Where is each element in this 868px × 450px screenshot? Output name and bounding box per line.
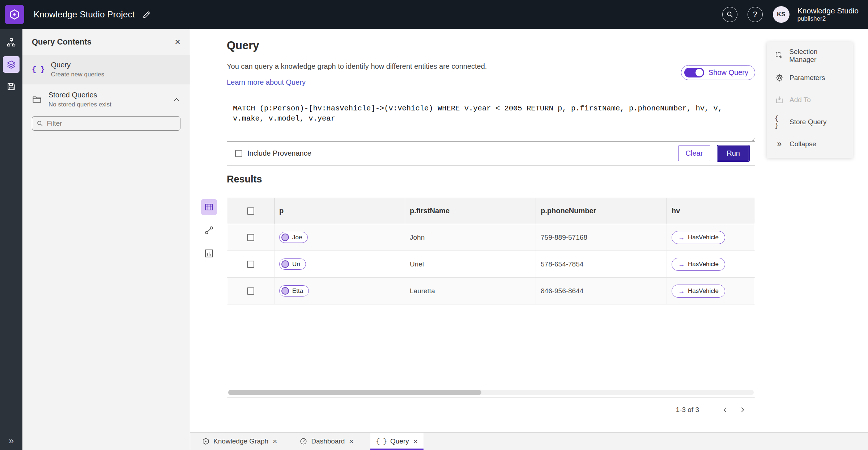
select-all-checkbox[interactable] [247,207,254,215]
relationship-label: HasVehicle [688,261,719,268]
collapse-section-button[interactable] [173,96,180,104]
entity-pill[interactable]: Uri [279,258,306,270]
column-header-p[interactable]: p [275,198,405,224]
close-tab-icon[interactable]: × [349,437,353,446]
tab-label: Dashboard [311,437,345,445]
relationship-pill[interactable]: → HasVehicle [672,285,725,298]
query-view: Query You can query a knowledge graph to… [190,29,868,432]
bottom-tab-bar: Knowledge Graph × Dashboard × { } Query … [190,432,868,450]
row-checkbox[interactable] [247,234,254,241]
dashboard-icon [299,437,307,445]
page-title: Query [227,39,259,52]
table-footer: 1-3 of 3 [227,397,755,422]
clear-button[interactable]: Clear [678,146,711,161]
table-row[interactable]: Etta Lauretta 846-956-8644 → HasVehicle [227,278,755,304]
column-header-firstname[interactable]: p.firstName [405,198,536,224]
selection-manager-item[interactable]: Selection Manager [767,45,853,67]
arrow-right-icon: → [678,288,685,294]
query-contents-header: Query Contents × [22,29,190,55]
relationship-label: HasVehicle [688,234,719,241]
filter-field [32,116,180,131]
include-provenance-checkbox[interactable] [235,150,242,157]
relationship-label: HasVehicle [688,287,719,295]
firstname-cell: Lauretta [405,278,536,304]
link-chart-view-button[interactable] [201,222,217,238]
phone-cell: 846-956-8644 [536,278,667,304]
stored-queries-header[interactable]: Stored Queries No stored queries exist [22,84,190,112]
tab-query[interactable]: { } Query × [370,433,424,450]
parameters-item[interactable]: Parameters [767,67,853,89]
scrollbar-thumb[interactable] [228,390,481,395]
column-header-phonenumber[interactable]: p.phoneNumber [536,198,667,224]
query-editor-footer: Include Provenance Clear Run [227,142,755,165]
entity-pill[interactable]: Etta [279,285,309,297]
relationship-cell: → HasVehicle [667,224,755,251]
sidebar-item-query[interactable]: { } Query Create new queries [22,55,190,84]
tools-panel: Selection Manager Parameters [767,42,853,158]
query-contents-panel: Query Contents × { } Query Create new qu… [22,29,190,450]
table-view-button[interactable] [201,199,217,215]
collapse-label: Collapse [790,140,816,148]
horizontal-scrollbar[interactable] [228,390,754,395]
search-button[interactable] [722,7,737,22]
chart-view-icon [204,249,214,258]
close-tab-icon[interactable]: × [413,437,418,446]
row-checkbox-cell [227,278,275,304]
previous-page-button[interactable] [718,403,732,417]
relationship-cell: → HasVehicle [667,278,755,304]
row-checkbox[interactable] [247,287,254,295]
close-panel-button[interactable]: × [175,37,180,47]
table-row[interactable]: Joe John 759-889-57168 → HasVehicle [227,224,755,251]
entity-node-icon [281,260,289,268]
add-to-icon [775,96,784,104]
firstname-cell: John [405,224,536,251]
store-query-label: Store Query [790,118,826,126]
user-block[interactable]: Knowledge Studio publisher2 [797,6,859,23]
close-tab-icon[interactable]: × [273,437,277,446]
filter-search-icon [37,120,43,127]
toggle-switch[interactable] [684,68,704,77]
query-item-text: Query Create new queries [51,61,104,78]
table-row[interactable]: Uri Uriel 578-654-7854 → HasVehicle [227,251,755,278]
collapse-item[interactable]: » Collapse [767,133,853,155]
project-title: Knowledge Studio Project [34,9,135,20]
row-checkbox-cell [227,251,275,277]
run-button[interactable]: Run [718,146,749,161]
show-query-toggle[interactable]: Show Query [681,65,755,80]
entity-cell: Joe [275,224,405,251]
main-area: Query You can query a knowledge graph to… [190,29,868,450]
avatar[interactable]: KS [773,6,790,23]
entity-label: Etta [292,287,303,295]
row-checkbox[interactable] [247,261,254,268]
rail-layers-button[interactable] [3,56,20,73]
entity-node-icon [281,287,289,295]
header-actions: ? KS Knowledge Studio publisher2 [722,6,859,23]
filter-input[interactable] [47,119,176,127]
expand-rail-button[interactable]: » [0,435,22,446]
query-input[interactable]: MATCH (p:Person)-[hv:HasVehicle]->(v:Veh… [227,99,755,142]
entity-pill[interactable]: Joe [279,232,308,243]
relationship-pill[interactable]: → HasVehicle [672,258,725,271]
tab-knowledge-graph[interactable]: Knowledge Graph × [196,433,283,450]
phone-value: 846-956-8644 [541,287,583,295]
rail-hierarchy-button[interactable] [3,34,20,51]
learn-more-link[interactable]: Learn more about Query [227,78,306,87]
relationship-pill[interactable]: → HasVehicle [672,231,725,244]
row-checkbox-cell [227,224,275,251]
folder-icon [32,94,42,105]
chart-view-button[interactable] [201,245,217,261]
tab-label: Knowledge Graph [213,437,268,445]
edit-title-button[interactable] [142,10,152,19]
parameters-label: Parameters [790,74,825,82]
firstname-cell: Uriel [405,251,536,277]
tab-dashboard[interactable]: Dashboard × [294,433,359,450]
app-logo[interactable] [5,5,24,24]
entity-cell: Etta [275,278,405,304]
next-page-button[interactable] [735,403,750,417]
rail-save-button[interactable] [3,78,20,95]
help-button[interactable]: ? [748,7,763,22]
column-header-hv[interactable]: hv [667,198,755,224]
store-query-item[interactable]: { } Store Query [767,111,853,133]
selection-manager-icon [775,51,784,60]
hierarchy-icon [7,38,16,47]
